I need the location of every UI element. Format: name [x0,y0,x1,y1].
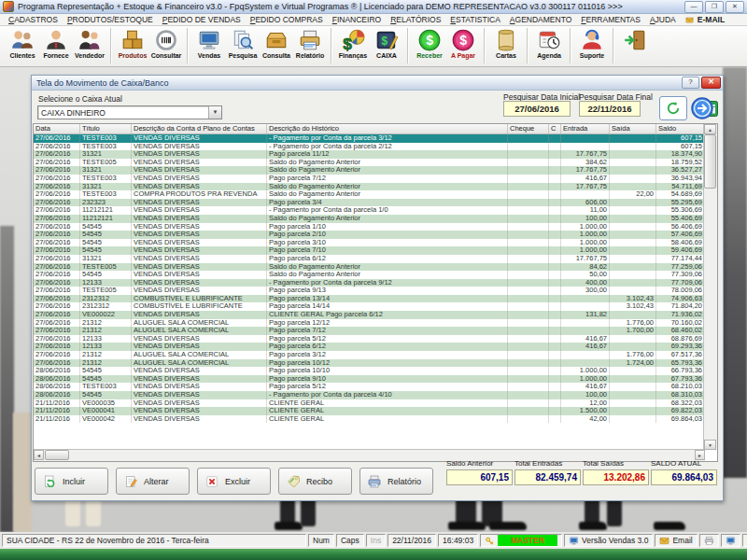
table-cell: 69.864,03 [656,415,705,424]
table-row[interactable]: 28/06/201654545VENDAS DIVERSAS- Pagament… [34,391,705,399]
column-header[interactable]: Cheque [508,124,549,133]
go-button[interactable] [691,97,713,119]
toolbar-suporte[interactable]: Suporte [575,28,609,59]
chevron-down-icon[interactable]: ▼ [208,106,221,119]
toolbar-vendedor[interactable]: Vendedor [73,28,106,59]
toolbar-caixa[interactable]: $CAIXA [370,28,403,59]
table-row[interactable]: 27/06/201631321VENDAS DIVERSASSaldo do P… [34,183,705,191]
toolbar-vendas[interactable]: Vendas [192,28,226,59]
menu-item-relat-rios[interactable]: RELATÓRIOS [386,15,445,24]
scroll-left-icon[interactable]: ◄ [34,450,44,460]
close-button[interactable]: ✕ [726,1,744,13]
table-row[interactable]: 27/06/201654545VENDAS DIVERSASPago parce… [34,246,705,255]
table-row[interactable]: 21/11/2016VE000042VENDAS DIVERSASCLIENTE… [34,415,705,424]
table-row[interactable]: 27/06/201631321VENDAS DIVERSASPago parce… [34,150,705,159]
table-cell [610,239,656,247]
column-header[interactable]: Descrição do Histórico [267,124,508,133]
table-row[interactable]: 27/06/2016TESTE005VENDAS DIVERSASPago pa… [34,287,705,295]
refresh-button[interactable] [659,96,687,120]
table-row[interactable]: 27/06/201621312ALUGUEL SALA COMERCIALPag… [34,327,705,335]
date-end-input[interactable]: 22/11/2016 [579,101,641,117]
excluir-button[interactable]: Excluir [197,468,271,495]
table-cell [561,134,610,143]
column-header[interactable]: Data [34,124,80,133]
table-row[interactable]: 27/06/201612133VENDAS DIVERSAS- Pagament… [34,279,705,287]
toolbar-clientes[interactable]: Clientes [6,28,39,59]
menu-item-pedido-compras[interactable]: PEDIDO COMPRAS [246,15,328,24]
table-cell: 11212121 [80,206,132,215]
table-row[interactable]: 27/06/2016TESTE005VENDAS DIVERSASSaldo d… [34,159,705,167]
scroll-up-icon[interactable]: ▲ [704,124,716,134]
table-row[interactable]: 27/06/2016TESTE003VENDAS DIVERSAS- Pagam… [34,134,705,143]
minimize-button[interactable]: — [684,1,703,13]
toolbar-exit[interactable] [618,28,652,52]
table-row[interactable]: 28/06/201654545VENDAS DIVERSASPago parce… [34,375,705,384]
table-row[interactable]: 27/06/201621312ALUGUEL SALA COMERCIALPag… [34,351,705,359]
table-row[interactable]: 27/06/2016232323VENDAS DIVERSASPago parc… [34,199,705,207]
column-header[interactable]: Saldo [656,124,705,133]
table-row[interactable]: 27/06/201654545VENDAS DIVERSASPago parce… [34,231,705,239]
column-header[interactable]: Saída [610,124,656,133]
table-row[interactable]: 27/06/201611212121VENDAS DIVERSAS- Pagam… [34,206,705,215]
menu-item-produtos-estoque[interactable]: PRODUTOS/ESTOQUE [63,15,158,24]
table-row[interactable]: 27/06/2016TESTE003COMPRA PRODUTOS PRA RE… [34,190,705,199]
table-row[interactable]: 27/06/2016TESTE003VENDAS DIVERSAS- Pagam… [34,143,705,151]
column-header[interactable]: Descrição da Conta d Plano de Contas [132,124,267,133]
toolbar-a-pagar[interactable]: $A Pagar [446,28,480,59]
menu-item-cadastros[interactable]: CADASTROS [4,15,63,24]
alterar-button[interactable]: Alterar [116,468,190,495]
table-row[interactable]: 27/06/201654545VENDAS DIVERSASPago parce… [34,223,705,231]
table-row[interactable]: 21/11/2016VE000041VENDAS DIVERSASCLIENTE… [34,407,705,415]
incluir-button[interactable]: Incluir [35,468,108,495]
column-header[interactable]: Entrada [561,124,610,133]
table-row[interactable]: 28/06/2016TESTE003VENDAS DIVERSASPago pa… [34,383,705,391]
recibo-button[interactable]: Recibo [278,468,352,495]
help-button[interactable]: ? [682,77,699,89]
toolbar-cartas[interactable]: Cartas [489,28,523,59]
table-row[interactable]: 27/06/201611212121VENDAS DIVERSASSaldo d… [34,215,705,223]
table-row[interactable]: 27/06/2016VE000022VENDAS DIVERSASCLIENTE… [34,311,705,319]
date-start-input[interactable]: 27/06/2016 [503,101,571,117]
relatorio-button[interactable]: Relatório [359,468,433,495]
menu-item-ferramentas[interactable]: FERRAMENTAS [576,15,645,24]
close-dialog-button[interactable]: ✕ [701,77,721,89]
toolbar-relat-rio[interactable]: Relatório [293,28,327,59]
toolbar-consultar[interactable]: Consultar [149,28,183,59]
menu-item-pedido-de-vendas[interactable]: PEDIDO DE VENDAS [158,15,246,24]
table-row[interactable]: 28/06/201654545VENDAS DIVERSASPago parce… [34,367,705,375]
restore-button[interactable]: ❐ [705,1,724,13]
toolbar-finan-as[interactable]: $Finanças [336,28,370,59]
menu-item-email[interactable]: E-MAIL [681,15,728,24]
caixa-select[interactable]: CAIXA DINHEIRO ▼ [37,105,222,119]
column-header[interactable]: Título [80,124,132,133]
toolbar-produtos[interactable]: Produtos [116,28,149,59]
table-row[interactable]: 27/06/201621312ALUGUEL SALA COMERCIALPag… [34,359,705,368]
vertical-scrollbar[interactable]: ▲ ▼ [703,124,717,450]
toolbar-pesquisa[interactable]: Pesquisa [226,28,260,59]
table-row[interactable]: 27/06/201621312ALUGUEL SALA COMERCIALPag… [34,319,705,328]
table-cell: 1.700,00 [610,327,656,335]
menu-item-financeiro[interactable]: FINANCEIRO [328,15,386,24]
table-row[interactable]: 27/06/20162312312COMBUSTÍVEL E LUBRIFICA… [34,295,705,303]
table-row[interactable]: 27/06/201654545VENDAS DIVERSASPago parce… [34,239,705,247]
table-row[interactable]: 27/06/201612133VENDAS DIVERSASPago parce… [34,343,705,351]
toolbar-consulta[interactable]: Consulta [260,28,293,59]
scrollbar-thumb[interactable] [704,134,716,189]
toolbar-receber[interactable]: $Receber [413,28,446,59]
scroll-down-icon[interactable]: ▼ [704,440,716,450]
menu-item-agendamento[interactable]: AGENDAMENTO [505,15,576,24]
table-row[interactable]: 27/06/201631321VENDAS DIVERSASSaldo do P… [34,166,705,175]
scrollbar-thumb[interactable] [45,450,69,460]
toolbar-agenda[interactable]: Agenda [532,28,566,59]
table-row[interactable]: 27/06/201612133VENDAS DIVERSASPago parce… [34,335,705,343]
table-row[interactable]: 27/06/201654545VENDAS DIVERSASSaldo do P… [34,271,705,279]
table-row[interactable]: 21/11/2016VE000035VENDAS DIVERSASCLIENTE… [34,399,705,408]
table-row[interactable]: 27/06/2016TESTE003VENDAS DIVERSASPago pa… [34,175,705,183]
menu-item-ajuda[interactable]: AJUDA [645,15,681,24]
table-row[interactable]: 27/06/2016TESTE005VENDAS DIVERSASSaldo d… [34,263,705,272]
table-row[interactable]: 27/06/201631321VENDAS DIVERSASPago parce… [34,255,705,263]
toolbar-fornece[interactable]: Fornece [39,28,73,59]
menu-item-estatistica[interactable]: ESTATISTICA [445,15,505,24]
table-row[interactable]: 27/06/20162312312COMBUSTÍVEL E LUBRIFICA… [34,302,705,311]
column-header[interactable]: C [549,124,561,133]
